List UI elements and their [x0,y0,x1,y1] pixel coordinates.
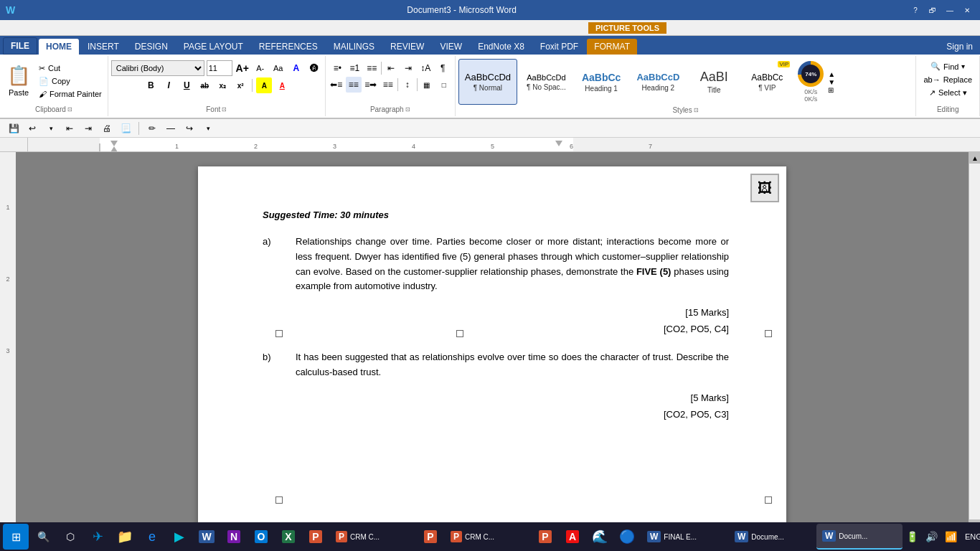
tab-design[interactable]: DESIGN [128,39,175,55]
taskbar-telegram[interactable]: ✈ [85,524,110,550]
superscript-button[interactable]: x² [232,77,248,93]
help-button[interactable]: ? [908,4,923,16]
print2-button[interactable]: 📃 [118,121,133,136]
style-vip[interactable]: AaBbCc ¶ VIP VIP [742,59,792,105]
tab-references[interactable]: REFERENCES [252,39,325,55]
taskbar-ppt2[interactable]: P [418,524,443,550]
taskbar-crm2[interactable]: P CRM C... [445,524,531,550]
outdent-button[interactable]: ⇤ [62,121,77,136]
shading-button[interactable]: ▦ [419,77,435,93]
tab-review[interactable]: REVIEW [383,39,431,55]
selection-handle-mr[interactable] [765,496,772,504]
text-effects-button[interactable]: A [288,60,304,76]
strikethrough-button[interactable]: ab [197,77,212,93]
task-view-button[interactable]: ⬡ [57,524,83,550]
align-center-button[interactable]: ≡≡ [346,77,362,93]
taskbar-acrobat[interactable]: A [560,524,585,550]
taskbar-excel[interactable]: X [275,524,301,550]
taskbar-edge[interactable]: 🌊 [587,524,613,550]
tab-view[interactable]: VIEW [433,39,469,55]
taskbar-ppt1[interactable]: P [303,524,329,550]
font-expand-icon[interactable]: ⊡ [222,106,227,113]
tab-format[interactable]: FORMAT [587,39,637,55]
increase-font-button[interactable]: A+ [235,60,250,76]
taskbar-ppt3[interactable]: P [532,524,558,550]
taskbar-final[interactable]: W FINAL E... [641,524,727,550]
decrease-indent-button[interactable]: ⇤ [383,60,399,76]
format-painter-button[interactable]: 🖌 Format Painter [36,88,105,100]
increase-indent-button[interactable]: ⇥ [400,60,416,76]
style-heading1[interactable]: AaBbCc Heading 1 [575,59,627,105]
taskbar-ie[interactable]: e [139,524,165,550]
tab-home[interactable]: HOME [39,39,79,55]
multilevel-button[interactable]: ≡≡ [364,60,380,76]
font-color-button[interactable]: A [274,77,290,93]
line-spacing-button[interactable]: ↕ [400,77,415,93]
paragraph-expand-icon[interactable]: ⊡ [405,106,410,113]
taskbar-media[interactable]: ▶ [166,524,192,550]
copy-button[interactable]: 📄 Copy [36,75,105,88]
underline-button[interactable]: U [179,77,194,93]
font-size-input[interactable] [207,60,232,76]
align-right-button[interactable]: ≡➡ [363,77,379,93]
numbering-button[interactable]: ≡1 [347,60,362,76]
subscript-button[interactable]: x₂ [215,77,230,93]
style-no-space[interactable]: AaBbCcDd ¶ No Spac... [520,59,573,105]
decrease-font-button[interactable]: A- [253,60,268,76]
tab-insert[interactable]: INSERT [80,39,126,55]
find-button[interactable]: 🔍 Find ▾ [926,60,969,72]
line-button[interactable]: — [163,121,179,136]
align-left-button[interactable]: ⬅≡ [329,77,344,93]
minimize-button[interactable]: — [943,4,957,16]
redo-button[interactable]: ↪ [182,121,197,136]
redo-dropdown-button[interactable]: ▾ [200,121,216,136]
save-quick-button[interactable]: 💾 [6,121,22,136]
style-title[interactable]: AaBI Title [689,59,739,105]
bullets-button[interactable]: ≡• [329,60,345,76]
volume-icon[interactable]: 🔊 [923,531,940,542]
text-highlight-button[interactable]: A [256,77,272,93]
scroll-bar-right[interactable]: ▲ ▼ [969,152,980,531]
search-taskbar-button[interactable]: 🔍 [30,524,56,550]
tab-file[interactable]: FILE [3,37,37,55]
taskbar-doc1[interactable]: W Docume... [729,524,815,550]
styles-expand-icon[interactable]: ⊡ [694,107,699,113]
cut-button[interactable]: ✂ Cut [36,62,105,75]
replace-button[interactable]: ab→ Replace [919,74,976,85]
wifi-icon[interactable]: 📶 [943,531,959,542]
close-button[interactable]: ✕ [960,4,974,16]
style-heading2[interactable]: AaBbCcD Heading 2 [630,59,686,105]
draw-button[interactable]: ✏ [144,121,160,136]
font-name-select[interactable]: Calibri (Body) [111,60,204,76]
bold-button[interactable]: B [143,77,159,93]
scroll-up-button[interactable]: ▲ [969,152,980,164]
tab-endnote[interactable]: EndNote X8 [471,39,532,55]
sign-in-link[interactable]: Sign in [939,39,980,55]
clear-formatting-button[interactable]: 🅐 [306,60,322,76]
show-marks-button[interactable]: ¶ [435,60,451,76]
taskbar-doc2[interactable]: W Docum... [816,524,903,550]
sort-button[interactable]: ↕A [418,60,433,76]
taskbar-crm1[interactable]: P CRM C... [330,524,416,550]
tab-foxit[interactable]: Foxit PDF [533,39,585,55]
justify-button[interactable]: ≡≡ [380,77,396,93]
borders-button[interactable]: □ [436,77,452,93]
clipboard-expand-icon[interactable]: ⊡ [67,106,72,113]
selection-handle-ml[interactable] [275,496,283,504]
style-normal[interactable]: AaBbCcDd ¶ Normal [458,59,517,105]
taskbar-chrome[interactable]: 🔵 [614,524,640,550]
scroll-track[interactable] [969,164,980,519]
taskbar-word1[interactable]: W [194,524,220,550]
styles-scroll[interactable]: ▲ ▼ ⊞ [828,70,835,94]
taskbar-explorer[interactable]: 📁 [112,524,138,550]
start-button[interactable]: ⊞ [3,524,29,550]
tab-mailings[interactable]: MAILINGS [326,39,382,55]
selection-handle-tr[interactable] [765,330,772,337]
change-case-button[interactable]: Aa [270,60,286,76]
undo-button[interactable]: ↩ [24,121,40,136]
language-tray[interactable]: ENG [962,532,980,541]
taskbar-onenote[interactable]: N [221,524,247,550]
network-tray-icon[interactable]: 🔋 [904,531,920,542]
taskbar-outlook[interactable]: O [248,524,274,550]
select-button[interactable]: ↗ Select ▾ [925,87,971,99]
